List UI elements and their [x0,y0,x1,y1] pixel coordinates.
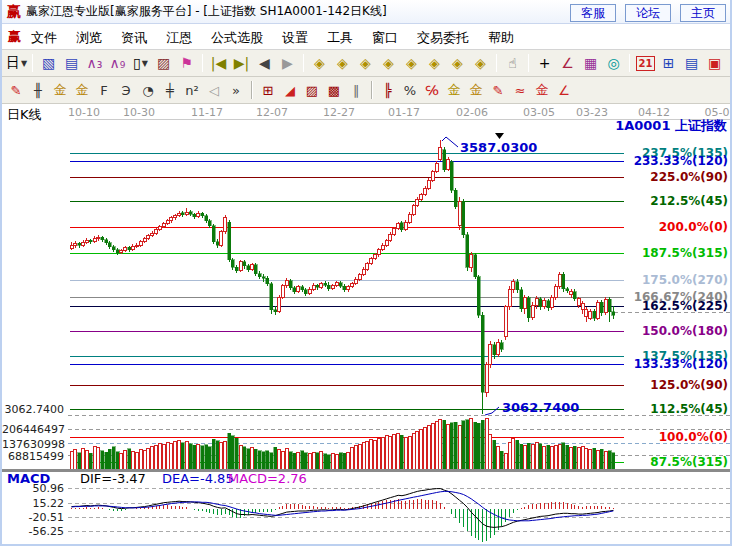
gann-wheel-5-icon[interactable]: ◈ [401,52,422,74]
macd-dif-value: DIF=-3.47 [80,472,146,486]
gold-box-icon[interactable]: 金 [532,79,552,101]
gann-level-label: 133.33%(120) [634,357,728,371]
menu-item-浏览[interactable]: 浏览 [76,30,102,45]
trend-angle-icon[interactable]: ∠ [554,79,574,101]
gann-level-label: 233.33%(120) [634,154,728,168]
date-axis-label: 10-30 [123,106,155,120]
gann-grid-icon[interactable]: ▨ [302,79,322,101]
angle-set-icon[interactable]: ◁ [204,79,224,101]
wave3-icon[interactable]: ∧₃ [84,52,105,74]
save-icon[interactable]: ▣ [704,52,725,74]
gann-level-label: 212.5%(45) [650,194,728,208]
wave-ruler-icon[interactable]: ≈ [510,79,530,101]
gann-wheel-4-icon[interactable]: ◈ [378,52,399,74]
percent-line-icon[interactable]: ℅ [422,79,442,101]
crosshair-icon[interactable]: + [534,52,555,74]
toolbar-separator [303,54,304,72]
gann-wheel-6-icon[interactable]: ◈ [424,52,445,74]
spiral-icon[interactable]: Э [116,79,136,101]
gann-level-label: 150.0%(180) [642,324,728,338]
gann-level-label: 87.5%(315) [650,455,728,469]
gann-box-icon[interactable]: ⊞ [258,79,278,101]
menu-item-交易委托[interactable]: 交易委托 [417,30,469,45]
macd-scale-label: 15.22 [2,497,64,511]
gann-wheel-2-icon[interactable]: ◈ [332,52,353,74]
pattern-search-icon[interactable]: ▧ [38,52,59,74]
menu-item-公式选股[interactable]: 公式选股 [211,30,263,45]
percent-levels-icon[interactable]: ╠ [378,79,398,101]
multi-window-icon[interactable]: ⊟ [727,52,730,74]
left-axis-label: 206446497 [2,423,64,437]
menu-item-设置[interactable]: 设置 [282,30,308,45]
date-axis-label: 01-17 [388,106,420,120]
macd-bar-value: MACD=2.76 [228,472,307,486]
date-axis-label: 12-07 [256,106,288,120]
gold-circle-icon[interactable]: 金 [444,79,464,101]
flag-icon[interactable]: ⚑ [176,52,197,74]
toolbar-separator [496,54,497,72]
rail2-icon[interactable]: ╪ [160,79,180,101]
toolbar-separator [32,54,33,72]
notes-icon[interactable]: ▤ [681,52,702,74]
macd-dea-value: DEA=-4.85 [162,472,234,486]
square-of-nine-icon[interactable]: n² [182,79,202,101]
menu-logo-icon: 赢 [8,28,21,46]
hand-tool-icon[interactable]: ☝ [502,52,523,74]
gann-level-label: 187.5%(315) [642,246,728,260]
app-logo-icon: 赢 [7,3,21,21]
pane-label: 日K线 [7,108,42,122]
gold-level-icon[interactable]: 金 [466,79,486,101]
home-button[interactable]: 主页 [680,4,726,22]
calculator-icon[interactable]: ⊞ [658,52,679,74]
macd-scale-label: -20.51 [2,511,64,525]
menu-item-江恩[interactable]: 江恩 [166,30,192,45]
kline-period-dropdown[interactable]: 日▼ [6,52,27,74]
gann-grid2-icon[interactable]: ▩ [324,79,344,101]
clipboard-icon[interactable]: ▤ [61,52,82,74]
menu-item-文件[interactable]: 文件 [31,30,57,45]
gann-wheel-1-icon[interactable]: ◈ [309,52,330,74]
parallel-lines-icon[interactable]: ∥ [346,79,366,101]
kline-chart-area[interactable]: 3587.03003062.740050.9615.22-20.51-56.25… [2,104,730,544]
angle-measure-icon[interactable]: ∠ [557,52,578,74]
ai-analysis-icon[interactable]: ◎ [603,52,624,74]
compare-icon[interactable]: ▨ [153,52,174,74]
gold-rail-icon[interactable]: 金 [72,79,92,101]
menu-item-窗口[interactable]: 窗口 [372,30,398,45]
fibo-icon[interactable]: F [94,79,114,101]
forum-button[interactable]: 论坛 [625,4,671,22]
toolbar-drawing: ✎╫金金FЭ◔╪n²◁»⊞◢▨▩∥╠%℅金金✎≈金∠ [2,77,730,104]
menu-item-资讯[interactable]: 资讯 [121,30,147,45]
symbol-label: 1A0001 上证指数 [615,119,727,133]
gann-fan-icon[interactable]: ◢ [280,79,300,101]
more-tools-chevron[interactable]: » [226,79,246,101]
menu-item-工具[interactable]: 工具 [327,30,353,45]
next-bar-icon[interactable]: ▶ [277,52,298,74]
price-mark-icon[interactable]: ✎ [488,79,508,101]
support-button[interactable]: 客服 [570,4,616,22]
gold-ratio-icon[interactable]: 金 [50,79,70,101]
date-axis-label: 03-05 [523,106,555,120]
percent-zone-icon[interactable]: % [400,79,420,101]
candle-type-dropdown[interactable]: ▯▼ [130,52,151,74]
gann-wheel-7-icon[interactable]: ◈ [447,52,468,74]
gann-wheel-8-icon[interactable]: ◈ [470,52,491,74]
menu-item-帮助[interactable]: 帮助 [488,30,514,45]
last-bar-icon[interactable]: ▶| [231,52,252,74]
first-bar-icon[interactable]: |◀ [208,52,229,74]
grid-tool-icon[interactable]: ▦ [580,52,601,74]
wave9-icon[interactable]: ∧₉ [107,52,128,74]
calendar-icon[interactable]: 21 [635,52,656,74]
date-axis-label: 02-06 [456,106,488,120]
gann-level-label: 112.5%(45) [650,402,728,416]
peak-price-annotation: 3587.0300 [460,141,537,155]
toolbar-separator [371,81,373,99]
menu-bar: 赢 文件浏览资讯江恩公式选股设置工具窗口交易委托帮助 [2,24,730,50]
title-bar: 赢 赢家江恩专业版[赢家服务平台] - [上证指数 SH1A0001-142日K… [2,0,730,24]
gann-wheel-3-icon[interactable]: ◈ [355,52,376,74]
gann-rail-icon[interactable]: ╫ [28,79,48,101]
compass-icon[interactable]: ◔ [138,79,158,101]
draw-pen-icon[interactable]: ✎ [6,79,26,101]
prev-bar-icon[interactable]: ◀ [254,52,275,74]
date-axis-label: 03-23 [576,106,608,120]
